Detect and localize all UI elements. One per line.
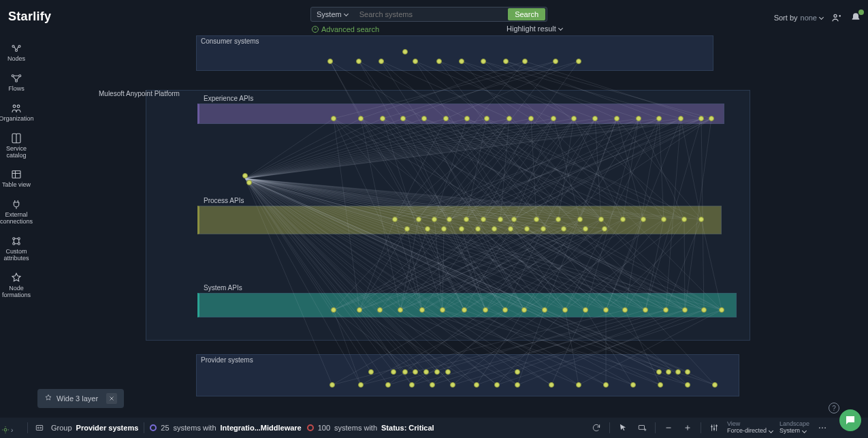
svg-point-5 [19,75,21,77]
cursor-icon[interactable] [617,422,629,434]
sidebar: Nodes Flows Organization Service catalog… [0,34,33,418]
chevron-down-icon [344,12,349,16]
chevron-down-icon [819,15,824,20]
chat-button[interactable] [839,409,861,431]
legend-dot-icon [307,424,314,431]
star-outline-icon [44,394,52,403]
search-input[interactable] [354,10,507,18]
svg-point-0 [834,14,837,17]
legend-item-2[interactable]: 100 systems with Status: Critical [307,424,434,432]
more-icon[interactable] [816,422,829,434]
graph-canvas[interactable]: Consumer systems Mulesoft Anypoint Platf… [34,34,868,418]
lane-experience-apis: Experience APIs [197,104,724,124]
help-icon[interactable]: ? [829,403,839,413]
lane-process-apis: Process APIs [197,206,722,234]
table-icon [10,168,22,181]
wide-layer-pill[interactable]: Wide 3 layer [37,389,124,408]
lane-system-apis: System APIs [197,293,737,317]
sidebar-item-custom-attributes[interactable]: Custom attributes [1,235,32,262]
attributes-icon [10,235,22,247]
svg-point-463 [4,428,7,431]
flows-icon [10,72,22,84]
svg-point-469 [713,428,715,430]
refresh-icon[interactable] [590,422,602,434]
search-type-label: System [317,10,342,18]
highlight-result-toggle[interactable]: Highlight result [507,25,562,33]
sidebar-item-external-connections[interactable]: External connections [1,198,32,225]
chevron-down-icon [558,26,563,31]
svg-point-7 [13,105,16,108]
svg-point-472 [822,427,823,428]
close-icon[interactable] [106,393,117,404]
notification-badge [858,10,864,15]
lane-consumer-systems: Consumer systems [196,35,713,71]
zoom-in-icon[interactable] [681,422,694,434]
star-icon [10,272,22,284]
advanced-search-link[interactable]: + Advanced search [312,25,379,33]
svg-point-8 [17,105,20,108]
svg-point-473 [824,427,826,428]
svg-rect-464 [36,426,42,431]
sort-by-dropdown[interactable]: Sort by none [774,14,823,22]
chevron-down-icon [769,428,773,433]
app-logo: Starlify [8,10,51,24]
chevron-down-icon [802,428,807,433]
chevron-right-icon: › [11,426,13,434]
svg-point-468 [711,426,713,427]
svg-point-3 [16,50,18,52]
group-icon[interactable] [33,422,46,434]
svg-point-470 [716,425,718,426]
add-rect-icon[interactable] [636,422,648,434]
svg-point-10 [13,238,15,240]
sidebar-item-organization[interactable]: Organization [1,102,32,123]
svg-point-6 [16,80,18,82]
search-button[interactable]: Search [508,8,545,20]
sidebar-item-node-formations[interactable]: Node formations [1,272,32,299]
plug-icon [10,198,22,210]
svg-point-466 [40,427,42,428]
search-type-dropdown[interactable]: System [311,7,354,21]
group-indicator[interactable]: Group Provider systems [51,424,138,432]
bottom-bar: Group Provider systems 25 systems with I… [0,418,868,438]
svg-point-471 [819,427,820,428]
view-dropdown[interactable]: View Force-directed [727,421,773,435]
notifications-icon[interactable] [850,12,861,23]
filter-sliders-icon[interactable] [708,422,720,434]
sidebar-toggle[interactable]: › [1,426,13,434]
nodes-icon [10,42,22,54]
svg-point-11 [18,238,20,240]
landscape-dropdown[interactable]: Landscape System [779,421,809,435]
lane-provider-systems: Provider systems [196,354,739,396]
svg-rect-9 [12,171,20,178]
organization-icon [10,102,22,114]
search-bar: System Search [310,7,547,22]
sidebar-item-flows[interactable]: Flows [1,72,32,93]
svg-rect-467 [639,426,644,430]
sidebar-item-table-view[interactable]: Table view [1,168,32,189]
add-user-icon[interactable] [831,12,842,23]
svg-point-12 [13,243,15,245]
plus-circle-icon: + [312,26,319,33]
zoom-out-icon[interactable] [662,422,675,434]
legend-dot-icon [150,424,157,431]
svg-point-465 [37,427,39,428]
sidebar-item-nodes[interactable]: Nodes [1,42,32,63]
svg-point-4 [12,75,14,77]
legend-item-1[interactable]: 25 systems with Integratio...Middleware [150,424,301,432]
sidebar-item-service-catalog[interactable]: Service catalog [1,132,32,159]
book-icon [10,132,22,144]
svg-point-13 [18,243,20,245]
